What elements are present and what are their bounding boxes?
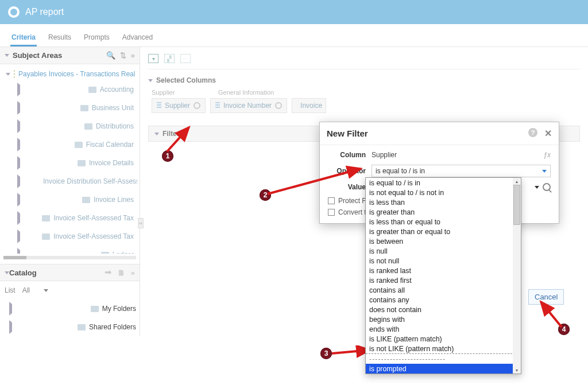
tree-item-label: Invoice Self-Assessed Tax [53, 214, 134, 222]
column-pill-supplier[interactable]: Supplier [152, 98, 206, 113]
operator-option[interactable]: is greater than [366, 207, 521, 217]
scroll-up-icon[interactable]: ▴ [513, 178, 521, 185]
annotation-1: 1 [162, 150, 173, 162]
operator-option[interactable]: is equal to / is in [366, 178, 521, 188]
operator-select[interactable]: is equal to / is in [372, 165, 551, 177]
cube-icon [14, 70, 15, 78]
collapse-icon[interactable] [148, 79, 153, 82]
operator-option[interactable]: -------------------------- [366, 353, 521, 364]
operator-option[interactable]: is not LIKE (pattern match) [366, 344, 521, 353]
collapse-icon[interactable] [154, 133, 159, 135]
tab-criteria[interactable]: Criteria [10, 30, 37, 46]
collapse-icon[interactable] [5, 54, 9, 57]
left-panel: Subject Areas 🔍 ⇅ » Payables Invoices - … [0, 47, 140, 336]
folder-icon [101, 252, 109, 254]
tree-item[interactable]: Invoice Distribution Self-Assessed Tax [14, 172, 137, 190]
fx-icon[interactable]: ƒx [543, 151, 551, 159]
selected-columns-header: Selected Columns [148, 69, 580, 89]
chevron-right-icon [17, 174, 36, 188]
criteria-toolbar: ▾ ▞ ⋯ [148, 52, 580, 69]
selected-columns-title: Selected Columns [156, 76, 216, 84]
operator-option[interactable]: contains any [366, 295, 521, 305]
gear-icon[interactable] [275, 102, 282, 109]
operator-option[interactable]: is null [366, 246, 521, 256]
tree-item[interactable]: Fiscal Calendar [14, 135, 137, 154]
na-icon[interactable]: ⋯ [180, 54, 191, 63]
operator-select-value: is equal to / is in [376, 167, 425, 175]
catalog-folder[interactable]: Shared Folders [6, 318, 140, 336]
dialog-titlebar: New Filter ? ✕ [320, 122, 559, 145]
tab-advanced[interactable]: Advanced [121, 30, 154, 46]
search-icon[interactable] [543, 183, 551, 191]
tree-item[interactable]: Business Unit [14, 99, 137, 117]
operator-option[interactable]: is LIKE (pattern match) [366, 334, 521, 344]
tree-item[interactable]: Invoice Self-Assessed Tax [14, 227, 137, 246]
column-group-label: General Information [218, 89, 274, 96]
chevron-right-icon [17, 101, 77, 115]
operator-option[interactable]: is ranked last [366, 266, 521, 275]
chart-icon[interactable]: ▞ [164, 54, 175, 63]
scroll-thumb[interactable] [513, 185, 520, 225]
tree-item[interactable]: Invoice Details [14, 154, 137, 172]
filter-icon[interactable]: ▾ [148, 54, 158, 63]
more-icon[interactable]: » [131, 269, 135, 277]
page-title: AP report [25, 7, 64, 17]
catalog-list-label: List [5, 286, 16, 294]
operator-dropdown[interactable]: is equal to / is inis not equal to / is … [365, 177, 521, 374]
file-icon[interactable]: 🗎 [118, 269, 125, 277]
operator-option[interactable]: does not contain [366, 305, 521, 314]
column-label: Supplier [165, 102, 190, 110]
more-icon[interactable]: » [131, 51, 135, 60]
operator-option[interactable]: is prompted [366, 364, 521, 374]
splitter-handle[interactable]: ‹‹ [138, 218, 144, 228]
operator-option[interactable]: contains all [366, 285, 521, 295]
dropdown-scrollbar[interactable]: ▴ ▾ [513, 178, 521, 374]
operator-option[interactable]: begins with [366, 314, 521, 324]
tree-h-scrollbar[interactable] [3, 256, 136, 259]
catalog-list-select[interactable]: All [20, 285, 51, 296]
scroll-down-icon[interactable]: ▾ [513, 367, 521, 374]
collapse-icon[interactable] [5, 271, 9, 274]
operator-option[interactable]: is between [366, 236, 521, 246]
tree-item[interactable]: Distributions [14, 117, 137, 135]
chevron-down-icon[interactable] [6, 73, 10, 76]
tree-item[interactable]: Invoice Lines [14, 190, 137, 209]
folder-icon [91, 306, 99, 312]
gear-icon[interactable] [194, 102, 200, 109]
annotation-3: 3 [320, 348, 332, 359]
tree-item[interactable]: Ledger [14, 246, 137, 254]
operator-option[interactable]: is less than or equal to [366, 217, 521, 227]
catalog-folder[interactable]: My Folders [6, 299, 140, 318]
annotation-2: 2 [260, 189, 271, 201]
catalog-folder-label: My Folders [102, 305, 136, 313]
column-pill-invoice-number[interactable]: Invoice Number [210, 98, 287, 113]
close-icon[interactable]: ✕ [544, 128, 552, 139]
operator-option[interactable]: is ranked first [366, 275, 521, 285]
tree-item[interactable]: Accounting [14, 80, 137, 99]
operator-option[interactable]: is greater than or equal to [366, 227, 521, 236]
open-icon[interactable]: ⮕ [105, 269, 112, 277]
subject-tree: Payables Invoices - Transactions Real Ti… [0, 64, 140, 254]
column-pill-invoice[interactable]: Invoice [292, 98, 326, 113]
tree-item-label: Invoice Distribution Self-Assessed Tax [43, 177, 137, 185]
operator-option[interactable]: is not null [366, 256, 521, 266]
operator-option[interactable]: ends with [366, 324, 521, 334]
tab-results[interactable]: Results [47, 30, 72, 46]
chevron-down-icon[interactable] [535, 186, 539, 189]
tree-item[interactable]: Invoice Self-Assessed Tax [14, 209, 137, 227]
search-icon[interactable]: 🔍 [106, 51, 115, 60]
tab-prompts[interactable]: Prompts [83, 30, 111, 46]
chevron-right-icon [17, 229, 38, 243]
sort-icon[interactable]: ⇅ [120, 51, 126, 60]
folder-icon [78, 324, 86, 330]
operator-option[interactable]: is less than [366, 197, 521, 207]
operator-option[interactable]: is not equal to / is not in [366, 188, 521, 197]
tree-root[interactable]: Payables Invoices - Transactions Real Ti… [2, 68, 137, 80]
catalog-header: Catalog ⮕ 🗎 » [0, 264, 140, 281]
tree-item-label: Invoice Self-Assessed Tax [53, 232, 134, 240]
cancel-button[interactable]: Cancel [528, 289, 564, 305]
catalog-list-row: List All [0, 281, 140, 299]
help-icon[interactable]: ? [528, 128, 537, 137]
catalog-title: Catalog [9, 269, 37, 277]
chevron-right-icon [17, 119, 81, 133]
